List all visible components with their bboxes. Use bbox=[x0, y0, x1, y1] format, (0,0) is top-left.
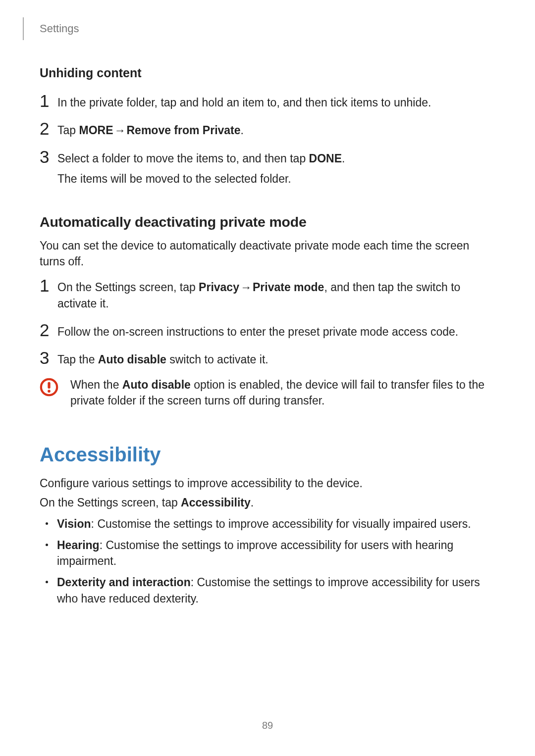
step-subtext: The items will be moved to the selected … bbox=[57, 171, 345, 187]
warning-icon bbox=[40, 378, 58, 397]
text-fragment: : Customise the settings to improve acce… bbox=[57, 539, 453, 568]
text-fragment: . bbox=[342, 152, 345, 165]
step-item: 3 Tap the Auto disable switch to activat… bbox=[40, 349, 488, 368]
bullet-icon bbox=[46, 522, 48, 525]
svg-point-2 bbox=[48, 390, 51, 393]
ui-label-done: DONE bbox=[309, 152, 342, 165]
step-text: Follow the on-screen instructions to ent… bbox=[57, 321, 458, 340]
ui-label-accessibility: Accessibility bbox=[181, 496, 251, 509]
warning-text: When the Auto disable option is enabled,… bbox=[70, 377, 488, 408]
step-item: 3 Select a folder to move the items to, … bbox=[40, 148, 488, 192]
heading-auto-deactivate: Automatically deactivating private mode bbox=[40, 214, 488, 230]
bullet-text: Hearing: Customise the settings to impro… bbox=[57, 537, 488, 569]
step-text: Select a folder to move the items to, an… bbox=[57, 148, 345, 192]
option-hearing: Hearing bbox=[57, 539, 100, 552]
page-header: Settings bbox=[23, 17, 488, 40]
text-fragment: . bbox=[251, 496, 254, 509]
bullet-text: Vision: Customise the settings to improv… bbox=[57, 516, 471, 532]
text-fragment: Select a folder to move the items to, an… bbox=[57, 152, 309, 165]
accessibility-intro-1: Configure various settings to improve ac… bbox=[40, 476, 488, 492]
ui-label-private-mode: Private mode bbox=[253, 281, 324, 294]
text-fragment: When the bbox=[70, 378, 122, 391]
section-breadcrumb: Settings bbox=[40, 22, 79, 35]
step-number: 3 bbox=[40, 148, 57, 165]
manual-page: Settings Unhiding content 1 In the priva… bbox=[0, 0, 535, 756]
step-number: 3 bbox=[40, 349, 57, 366]
step-item: 1 On the Settings screen, tap Privacy → … bbox=[40, 277, 488, 312]
list-item: Vision: Customise the settings to improv… bbox=[46, 516, 488, 532]
text-fragment: : Customise the settings to improve acce… bbox=[91, 517, 471, 530]
accessibility-bullets: Vision: Customise the settings to improv… bbox=[46, 516, 488, 606]
ui-label-auto-disable: Auto disable bbox=[98, 353, 166, 366]
arrow-icon: → bbox=[113, 122, 126, 139]
step-item: 1 In the private folder, tap and hold an… bbox=[40, 92, 488, 111]
bullet-text: Dexterity and interaction: Customise the… bbox=[57, 574, 488, 606]
text-fragment: Tap the bbox=[57, 353, 98, 366]
option-vision: Vision bbox=[57, 517, 91, 530]
bullet-icon bbox=[46, 544, 48, 546]
bullet-icon bbox=[46, 581, 48, 583]
header-rule bbox=[23, 17, 24, 40]
step-number: 1 bbox=[40, 92, 57, 109]
heading-unhiding-content: Unhiding content bbox=[40, 66, 488, 80]
step-text: In the private folder, tap and hold an i… bbox=[57, 92, 431, 111]
text-fragment: switch to activate it. bbox=[166, 353, 268, 366]
arrow-icon: → bbox=[239, 279, 253, 296]
auto-deactivate-intro: You can set the device to automatically … bbox=[40, 238, 488, 269]
page-number: 89 bbox=[0, 720, 535, 731]
list-item: Dexterity and interaction: Customise the… bbox=[46, 574, 488, 606]
step-number: 1 bbox=[40, 277, 57, 294]
text-fragment: On the Settings screen, tap bbox=[40, 496, 181, 509]
ui-label-remove-from-private: Remove from Private bbox=[126, 124, 240, 137]
step-item: 2 Follow the on-screen instructions to e… bbox=[40, 321, 488, 340]
heading-accessibility: Accessibility bbox=[40, 444, 488, 466]
step-number: 2 bbox=[40, 120, 57, 137]
ui-label-privacy: Privacy bbox=[199, 281, 239, 294]
text-fragment: On the Settings screen, tap bbox=[57, 281, 199, 294]
auto-deactivate-steps: 1 On the Settings screen, tap Privacy → … bbox=[40, 277, 488, 368]
ui-label-auto-disable: Auto disable bbox=[122, 378, 191, 391]
step-text: Tap MORE → Remove from Private. bbox=[57, 120, 244, 139]
svg-rect-1 bbox=[48, 382, 50, 389]
step-number: 2 bbox=[40, 321, 57, 339]
ui-label-more: MORE bbox=[79, 124, 113, 137]
text-fragment: . bbox=[241, 124, 244, 137]
list-item: Hearing: Customise the settings to impro… bbox=[46, 537, 488, 569]
text-fragment: Tap bbox=[57, 124, 79, 137]
accessibility-intro-2: On the Settings screen, tap Accessibilit… bbox=[40, 495, 488, 511]
step-text: On the Settings screen, tap Privacy → Pr… bbox=[57, 277, 488, 312]
unhiding-steps: 1 In the private folder, tap and hold an… bbox=[40, 92, 488, 191]
step-item: 2 Tap MORE → Remove from Private. bbox=[40, 120, 488, 139]
warning-callout: When the Auto disable option is enabled,… bbox=[40, 377, 488, 408]
step-text: Tap the Auto disable switch to activate … bbox=[57, 349, 268, 368]
option-dexterity: Dexterity and interaction bbox=[57, 576, 191, 589]
